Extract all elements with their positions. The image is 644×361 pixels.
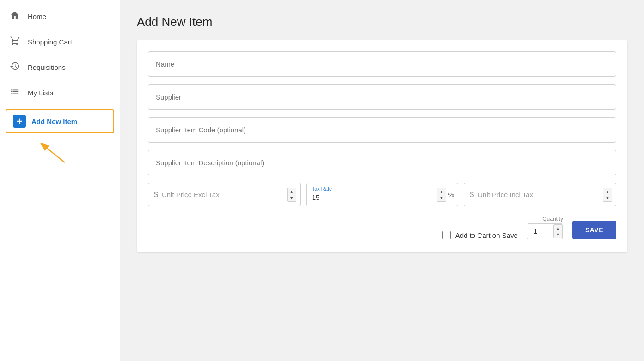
sidebar-item-requisitions[interactable]: Requisitions [0, 55, 120, 80]
percent-icon: % [448, 191, 454, 199]
sidebar-item-shopping-cart[interactable]: Shopping Cart [0, 29, 120, 55]
unit-price-incl-wrap: $ ▲ ▼ [464, 183, 616, 206]
tax-rate-wrap: Tax Rate ▲ ▼ % [306, 183, 459, 206]
price-excl-down[interactable]: ▼ [288, 195, 296, 201]
form-card: $ ▲ ▼ Tax Rate ▲ ▼ % $ [137, 40, 627, 252]
tax-up[interactable]: ▲ [437, 188, 446, 195]
unit-price-incl-input[interactable] [478, 183, 600, 206]
sidebar-item-home[interactable]: Home [0, 4, 120, 29]
name-input[interactable] [148, 51, 616, 77]
unit-price-excl-wrap: $ ▲ ▼ [148, 183, 301, 206]
home-icon [9, 10, 20, 23]
quantity-down[interactable]: ▼ [554, 231, 562, 238]
quantity-wrap: Quantity ▲ ▼ [527, 216, 563, 239]
supplier-input[interactable] [148, 84, 616, 110]
dollar-icon-excl: $ [154, 191, 158, 199]
cart-icon [9, 36, 20, 48]
tax-down[interactable]: ▼ [437, 195, 446, 201]
quantity-input[interactable] [527, 224, 551, 239]
dollar-icon-incl: $ [470, 191, 474, 199]
supplier-desc-input[interactable] [148, 150, 616, 175]
plus-icon: + [13, 115, 26, 128]
add-to-cart-wrap: Add to Cart on Save [442, 231, 518, 239]
add-new-item-label: Add New Item [31, 118, 77, 125]
add-to-cart-label: Add to Cart on Save [455, 231, 518, 239]
sidebar-item-home-label: Home [28, 12, 46, 20]
tax-rate-spinner[interactable]: ▲ ▼ [437, 188, 446, 202]
unit-price-excl-spinner[interactable]: ▲ ▼ [287, 188, 296, 202]
svg-line-1 [42, 144, 65, 162]
quantity-spinner[interactable]: ▲ ▼ [553, 224, 563, 238]
price-row: $ ▲ ▼ Tax Rate ▲ ▼ % $ [148, 183, 616, 206]
page-title: Add New Item [137, 15, 627, 29]
sidebar-item-cart-label: Shopping Cart [28, 38, 72, 46]
sidebar-item-req-label: Requisitions [28, 63, 66, 71]
list-icon [9, 87, 20, 99]
main-content: Add New Item $ ▲ ▼ Tax Rate [120, 0, 644, 361]
price-incl-up[interactable]: ▲ [603, 188, 612, 195]
unit-price-excl-input[interactable] [162, 183, 284, 206]
sidebar: Home Shopping Cart Requisitions My Lists… [0, 0, 120, 361]
save-button[interactable]: SAVE [572, 221, 616, 239]
tax-rate-label: Tax Rate [312, 186, 332, 192]
price-incl-down[interactable]: ▼ [603, 195, 612, 201]
arrow-icon [28, 137, 83, 165]
arrow-annotation [28, 137, 120, 165]
quantity-label: Quantity [542, 216, 563, 222]
add-new-item-button[interactable]: + Add New Item [6, 109, 114, 133]
price-excl-up[interactable]: ▲ [288, 188, 296, 195]
add-to-cart-checkbox[interactable] [442, 231, 451, 239]
unit-price-incl-spinner[interactable]: ▲ ▼ [603, 188, 612, 202]
requisitions-icon [9, 61, 20, 74]
sidebar-item-lists-label: My Lists [28, 89, 53, 97]
quantity-up[interactable]: ▲ [554, 225, 562, 231]
quantity-field-wrap: ▲ ▼ [527, 223, 563, 239]
supplier-code-input[interactable] [148, 117, 616, 143]
bottom-row: Add to Cart on Save Quantity ▲ ▼ SAVE [148, 216, 616, 239]
sidebar-item-my-lists[interactable]: My Lists [0, 80, 120, 106]
